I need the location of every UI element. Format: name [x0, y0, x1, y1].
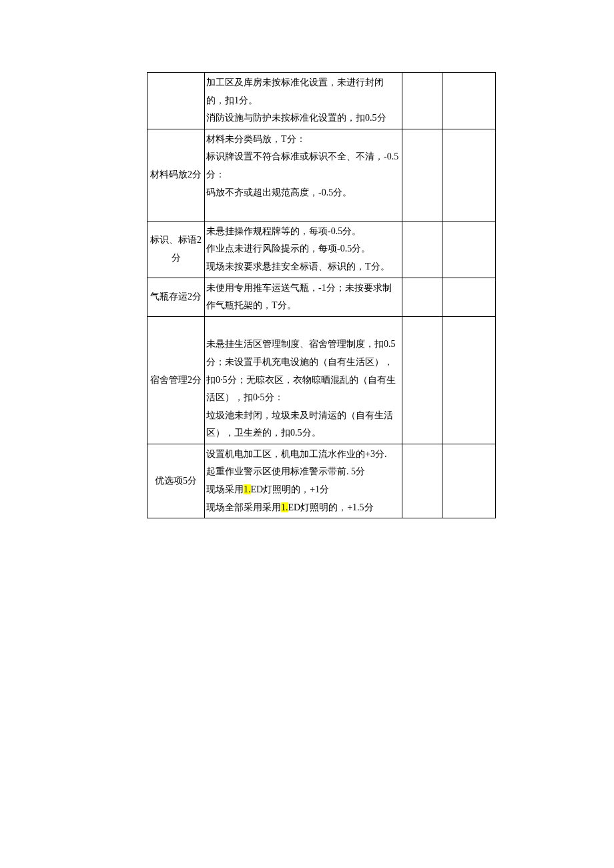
detail-line: 作业点未进行风险提示的，每项-0.5分。: [206, 240, 400, 258]
text-segment: 加工区及库房未按标准化设置，未进行封闭的，扣1分。: [206, 77, 384, 105]
detail-line: 现场全部采用采用1.ED灯照明的，+1.5分: [206, 499, 400, 517]
table-body: 加工区及库房未按标准化设置，未进行封闭的，扣1分。消防设施与防护未按标准化设置的…: [147, 73, 496, 518]
text-segment: 消防设施与防护未按标准化设置的，扣0.5分: [206, 113, 386, 123]
text-segment: 设置机电加工区，机电加工流水作业的+3分.: [206, 449, 386, 459]
detail-cell: 未使用专用推车运送气瓶，-1分；未按要求制作气瓶托架的，T分。: [205, 278, 402, 316]
highlighted-text: 1.: [244, 484, 251, 494]
empty-cell: [442, 316, 496, 444]
highlighted-text: 1.: [281, 502, 288, 512]
category-cell: 材料码放2分: [147, 129, 205, 221]
scoring-table: 加工区及库房未按标准化设置，未进行封闭的，扣1分。消防设施与防护未按标准化设置的…: [147, 72, 496, 518]
category-cell: 优选项5分: [147, 444, 205, 518]
detail-line: 设置机电加工区，机电加工流水作业的+3分.: [206, 446, 400, 464]
table-row: 加工区及库房未按标准化设置，未进行封闭的，扣1分。消防设施与防护未按标准化设置的…: [147, 73, 496, 129]
text-segment: 现场采用: [206, 484, 244, 494]
text-segment: 垃圾池未封闭，垃圾未及时清运的（自有生活区），卫生差的，扣0.5分。: [206, 410, 393, 438]
empty-cell: [442, 444, 496, 518]
detail-cell: 未悬挂操作规程牌等的，每项-0.5分。作业点未进行风险提示的，每项-0.5分。现…: [205, 221, 402, 278]
table-row: 宿舍管理2分 未悬挂生活区管理制度、宿舍管理制度，扣0.5分；未设置手机充电设施…: [147, 316, 496, 444]
text-segment: 未使用专用推车运送气瓶，-1分；未按要求制作气瓶托架的，T分。: [206, 283, 392, 311]
text-segment: 未悬挂生活区管理制度、宿舍管理制度，扣0.5分；未设置手机充电设施的（自有生活区…: [206, 339, 396, 402]
category-cell: [147, 73, 205, 129]
detail-line: 材料未分类码放，T分：: [206, 131, 400, 149]
empty-cell: [442, 278, 496, 316]
category-cell: 标识、标语2分: [147, 221, 205, 278]
detail-line: 未使用专用推车运送气瓶，-1分；未按要求制作气瓶托架的，T分。: [206, 280, 400, 315]
detail-line: 垃圾池未封闭，垃圾未及时清运的（自有生活区），卫生差的，扣0.5分。: [206, 407, 400, 442]
empty-cell: [402, 278, 442, 316]
document-page: 加工区及库房未按标准化设置，未进行封闭的，扣1分。消防设施与防护未按标准化设置的…: [0, 0, 614, 868]
text-segment: 未悬挂操作规程牌等的，每项-0.5分。: [206, 226, 361, 236]
empty-cell: [402, 73, 442, 129]
detail-cell: 未悬挂生活区管理制度、宿舍管理制度，扣0.5分；未设置手机充电设施的（自有生活区…: [205, 316, 402, 444]
empty-cell: [402, 444, 442, 518]
text-segment: 标识牌设置不符合标准或标识不全、不清，-0.5分：: [206, 151, 398, 179]
category-cell: 气瓶存运2分: [147, 278, 205, 316]
table-row: 标识、标语2分未悬挂操作规程牌等的，每项-0.5分。作业点未进行风险提示的，每项…: [147, 221, 496, 278]
text-segment: 材料未分类码放，T分：: [206, 134, 306, 144]
detail-line: 未悬挂操作规程牌等的，每项-0.5分。: [206, 223, 400, 241]
text-segment: 码放不齐或超出规范高度，-0.5分。: [206, 187, 352, 197]
empty-cell: [402, 129, 442, 221]
table-row: 优选项5分设置机电加工区，机电加工流水作业的+3分.起重作业警示区使用标准警示带…: [147, 444, 496, 518]
detail-line: 现场采用1.ED灯照明的，+1分: [206, 481, 400, 499]
text-segment: ED灯照明的，+1.5分: [288, 502, 374, 512]
detail-cell: 材料未分类码放，T分：标识牌设置不符合标准或标识不全、不清，-0.5分：码放不齐…: [205, 129, 402, 221]
detail-line: [206, 318, 400, 336]
detail-line: 起重作业警示区使用标准警示带前. 5分: [206, 463, 400, 481]
detail-line: [206, 201, 400, 220]
empty-cell: [402, 316, 442, 444]
detail-line: 加工区及库房未按标准化设置，未进行封闭的，扣1分。: [206, 74, 400, 109]
category-cell: 宿舍管理2分: [147, 316, 205, 444]
detail-line: 消防设施与防护未按标准化设置的，扣0.5分: [206, 109, 400, 127]
detail-line: 标识牌设置不符合标准或标识不全、不清，-0.5分：: [206, 148, 400, 183]
table-row: 材料码放2分材料未分类码放，T分：标识牌设置不符合标准或标识不全、不清，-0.5…: [147, 129, 496, 221]
detail-line: 现场未按要求悬挂安全标语、标识的，T分。: [206, 258, 400, 276]
table-row: 气瓶存运2分未使用专用推车运送气瓶，-1分；未按要求制作气瓶托架的，T分。: [147, 278, 496, 316]
empty-cell: [442, 73, 496, 129]
text-segment: 起重作业警示区使用标准警示带前. 5分: [206, 466, 365, 476]
text-segment: 作业点未进行风险提示的，每项-0.5分。: [206, 244, 370, 254]
text-segment: ED灯照明的，+1分: [251, 484, 330, 494]
detail-cell: 加工区及库房未按标准化设置，未进行封闭的，扣1分。消防设施与防护未按标准化设置的…: [205, 73, 402, 129]
empty-cell: [442, 221, 496, 278]
empty-cell: [442, 129, 496, 221]
text-segment: 现场未按要求悬挂安全标语、标识的，T分。: [206, 262, 390, 272]
detail-line: 码放不齐或超出规范高度，-0.5分。: [206, 184, 400, 202]
empty-cell: [402, 221, 442, 278]
text-segment: 现场全部采用采用: [206, 502, 281, 512]
detail-cell: 设置机电加工区，机电加工流水作业的+3分.起重作业警示区使用标准警示带前. 5分…: [205, 444, 402, 518]
detail-line: 未悬挂生活区管理制度、宿舍管理制度，扣0.5分；未设置手机充电设施的（自有生活区…: [206, 336, 400, 406]
